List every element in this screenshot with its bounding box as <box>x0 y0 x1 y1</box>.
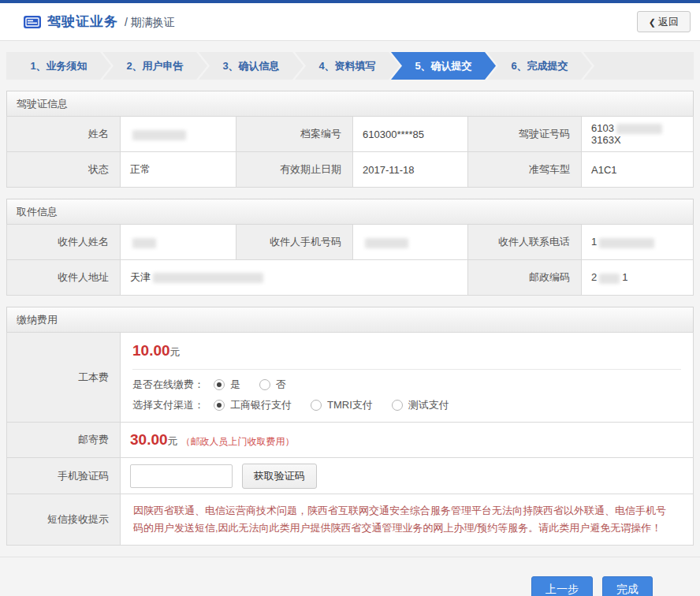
step-3-confirm-info: 3、确认信息 <box>199 52 303 80</box>
pickup-info-section: 取件信息 收件人姓名 收件人手机号码 收件人联系电话 1 收件人地址 天津 邮政… <box>6 199 694 296</box>
radio-selected-icon <box>214 400 225 411</box>
postal-code-value: 21 <box>582 260 694 296</box>
redacted-mobile <box>365 238 408 248</box>
back-button[interactable]: ❮返回 <box>637 11 691 32</box>
postal-suffix: 1 <box>622 271 627 283</box>
online-pay-yes-radio[interactable]: 是 <box>214 378 240 392</box>
table-row: 手机验证码 获取验证码 <box>7 458 694 494</box>
footer-actions: 上一步 完成 <box>0 557 700 596</box>
mail-fee-cell: 30.00元（邮政人员上门收取费用） <box>121 423 694 458</box>
redacted-name <box>132 130 186 140</box>
chevron-left-icon: ❮ <box>649 17 656 27</box>
channel-icbc-radio[interactable]: 工商银行支付 <box>214 398 292 412</box>
vehicle-class-value: A1C1 <box>582 152 694 188</box>
archive-no-label: 档案编号 <box>236 117 353 152</box>
production-fee-cell: 10.00元 是否在线缴费： 是 否 选择支付渠道： 工商银行支付 TMRI支付… <box>121 333 694 423</box>
page-header: 驾驶证业务 / 期满换证 ❮返回 <box>0 3 700 41</box>
production-fee-unit: 元 <box>170 346 181 358</box>
pickup-info-table: 收件人姓名 收件人手机号码 收件人联系电话 1 收件人地址 天津 邮政编码 21 <box>6 224 694 296</box>
radio-selected-icon <box>214 379 225 390</box>
recipient-mobile-label: 收件人手机号码 <box>236 225 353 260</box>
recipient-address-label: 收件人地址 <box>7 260 121 296</box>
recipient-name-label: 收件人姓名 <box>7 225 121 260</box>
vehicle-class-label: 准驾车型 <box>468 152 582 188</box>
previous-step-button[interactable]: 上一步 <box>531 576 593 596</box>
radio-unselected-icon <box>311 400 322 411</box>
sms-notice-text: 因陕西省联通、电信运营商技术问题，陕西省互联网交通安全综合服务管理平台无法向持陕… <box>132 494 682 545</box>
redacted-license-no <box>616 124 662 134</box>
online-pay-no-radio[interactable]: 否 <box>259 378 286 392</box>
table-row: 状态 正常 有效期止日期 2017-11-18 准驾车型 A1C1 <box>7 152 694 188</box>
recipient-phone-label: 收件人联系电话 <box>468 225 582 260</box>
verification-code-label: 手机验证码 <box>7 458 121 494</box>
step-1-notice: 1、业务须知 <box>6 52 111 80</box>
production-fee-amount-line: 10.00元 <box>132 342 681 359</box>
redacted-address <box>153 273 263 283</box>
radio-unselected-icon <box>392 400 403 411</box>
recipient-name-value <box>121 225 236 260</box>
channel-tmri-label: TMRI支付 <box>327 398 373 412</box>
license-section-title: 驾驶证信息 <box>6 91 694 116</box>
pay-channel-question-row: 选择支付渠道： 工商银行支付 TMRI支付 测试支付 <box>132 398 681 412</box>
get-code-button[interactable]: 获取验证码 <box>242 464 317 489</box>
wizard-steps: 1、业务须知 2、用户申告 3、确认信息 4、资料填写 5、确认提交 6、完成提… <box>6 52 694 80</box>
address-prefix: 天津 <box>130 271 151 283</box>
production-fee-label: 工本费 <box>7 333 121 423</box>
status-value: 正常 <box>121 152 236 188</box>
step-5-confirm-submit: 5、确认提交 <box>391 52 496 80</box>
channel-tmri-radio[interactable]: TMRI支付 <box>311 398 373 412</box>
divider <box>132 369 681 370</box>
sms-notice-label: 短信接收提示 <box>7 494 121 546</box>
channel-test-radio[interactable]: 测试支付 <box>392 398 449 412</box>
back-button-label: 返回 <box>658 16 679 28</box>
recipient-address-value: 天津 <box>121 260 468 296</box>
channel-icbc-label: 工商银行支付 <box>230 398 292 412</box>
verification-code-input[interactable] <box>130 464 233 488</box>
table-row: 工本费 10.00元 是否在线缴费： 是 否 选择支付渠道： 工商银行支付 TM… <box>7 333 694 423</box>
phone-prefix: 1 <box>591 236 597 248</box>
online-pay-question: 是否在线缴费： <box>132 378 204 392</box>
table-row: 短信接收提示 因陕西省联通、电信运营商技术问题，陕西省互联网交通安全综合服务管理… <box>7 494 694 546</box>
status-label: 状态 <box>7 152 121 188</box>
postal-code-label: 邮政编码 <box>468 260 582 296</box>
step-6-complete: 6、完成提交 <box>487 52 592 80</box>
table-row: 姓名 档案编号 610300****85 驾驶证号码 61033163X <box>7 117 694 152</box>
page: 驾驶证业务 / 期满换证 ❮返回 1、业务须知 2、用户申告 3、确认信息 4、… <box>0 0 700 596</box>
expiry-label: 有效期止日期 <box>236 152 353 188</box>
production-fee-amount: 10.00 <box>132 342 170 359</box>
postal-prefix: 2 <box>591 271 597 283</box>
payment-section: 缴纳费用 工本费 10.00元 是否在线缴费： 是 否 选择支付渠道： <box>6 307 694 546</box>
expiry-value: 2017-11-18 <box>353 152 468 188</box>
license-info-section: 驾驶证信息 姓名 档案编号 610300****85 驾驶证号码 6103316… <box>6 91 694 188</box>
radio-unselected-icon <box>259 379 270 390</box>
payment-section-title: 缴纳费用 <box>6 307 694 332</box>
mail-fee-unit: 元 <box>168 435 178 447</box>
sms-notice-cell: 因陕西省联通、电信运营商技术问题，陕西省互联网交通安全综合服务管理平台无法向持陕… <box>121 494 694 546</box>
table-row: 邮寄费 30.00元（邮政人员上门收取费用） <box>7 423 694 458</box>
redacted-phone <box>599 238 654 248</box>
license-no-suffix: 3163X <box>591 134 621 146</box>
license-no-value: 61033163X <box>582 117 694 152</box>
online-pay-question-row: 是否在线缴费： 是 否 <box>132 378 681 392</box>
mail-fee-note: （邮政人员上门收取费用） <box>181 436 295 447</box>
license-no-prefix: 6103 <box>591 122 614 134</box>
name-value <box>121 117 236 152</box>
table-row: 收件人姓名 收件人手机号码 收件人联系电话 1 <box>7 225 694 260</box>
step-2-declaration: 2、用户申告 <box>102 52 207 80</box>
redacted-postal <box>599 274 620 284</box>
recipient-phone-value: 1 <box>582 225 694 260</box>
steps-filler <box>583 52 694 80</box>
archive-no-value: 610300****85 <box>353 117 468 152</box>
channel-test-label: 测试支付 <box>408 398 449 412</box>
redacted-recipient-name <box>132 238 156 248</box>
mail-fee-label: 邮寄费 <box>7 423 121 458</box>
license-info-table: 姓名 档案编号 610300****85 驾驶证号码 61033163X 状态 … <box>6 116 694 188</box>
step-4-fill-data: 4、资料填写 <box>295 52 400 80</box>
finish-button[interactable]: 完成 <box>602 576 653 596</box>
name-label: 姓名 <box>7 117 121 152</box>
online-pay-yes-label: 是 <box>230 378 240 392</box>
breadcrumb: / 期满换证 <box>125 14 175 30</box>
license-menu-icon <box>24 15 41 29</box>
pay-channel-question: 选择支付渠道： <box>132 398 204 412</box>
table-row: 收件人地址 天津 邮政编码 21 <box>7 260 694 296</box>
